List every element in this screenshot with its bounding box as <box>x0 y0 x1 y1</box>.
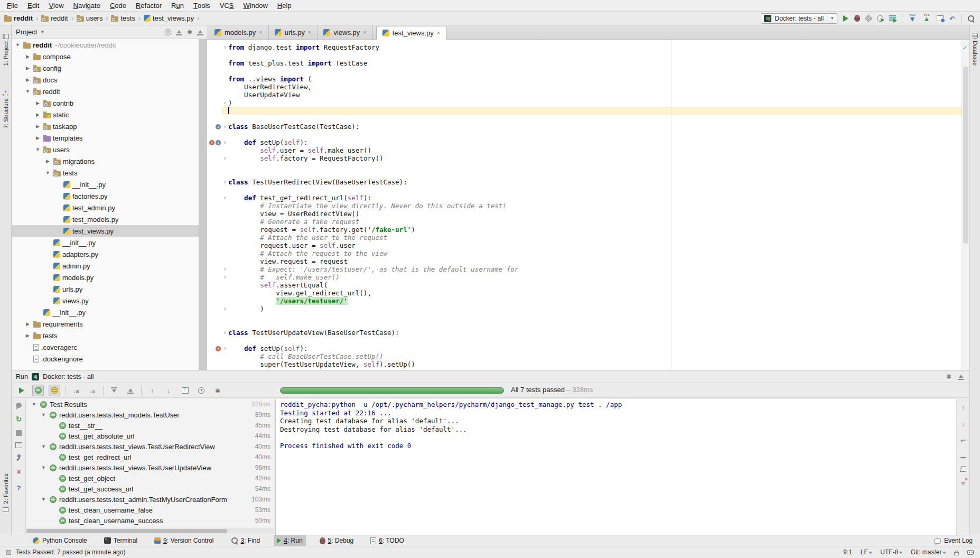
test-tree-row[interactable]: test_get_absolute_url44ms <box>26 431 274 441</box>
project-tree-item[interactable]: adapters.py <box>12 248 199 260</box>
breadcrumb-item[interactable]: reddit <box>4 14 33 22</box>
close-red-icon[interactable] <box>16 467 21 477</box>
project-tree-item[interactable]: .dockerignore <box>12 353 199 365</box>
editor-scrollbar[interactable] <box>962 40 969 370</box>
sort-alpha-icon[interactable] <box>70 385 82 396</box>
project-tree-item[interactable]: urls.py <box>12 283 199 295</box>
project-tree-item[interactable]: __init__.py <box>12 179 199 190</box>
expand-all-icon[interactable] <box>108 385 120 396</box>
tree-expand-icon[interactable]: ▶ <box>34 135 41 141</box>
rerun-failed-icon[interactable] <box>16 414 22 424</box>
collapse-all-icon[interactable] <box>125 385 136 396</box>
project-tree-item[interactable]: factories.py <box>12 190 199 202</box>
down-stack-icon[interactable] <box>962 419 965 429</box>
export-icon[interactable] <box>179 385 191 396</box>
vcs-commit-icon[interactable] <box>922 14 931 23</box>
settings-icon[interactable] <box>946 373 951 380</box>
test-tree-row[interactable]: test_get_redirect_url40ms <box>26 452 274 462</box>
hide-panel-icon[interactable] <box>197 29 203 35</box>
close-icon[interactable]: × <box>363 30 366 35</box>
toolwindow-button-debug[interactable]: 5: Debug <box>316 535 357 546</box>
test-tree-row[interactable]: test_clean_username_false53ms <box>26 505 274 515</box>
tree-expand-icon[interactable]: ▶ <box>34 100 41 106</box>
project-tree-item[interactable]: test_admin.py <box>12 202 199 213</box>
vcs-update-icon[interactable] <box>908 14 917 23</box>
test-tree-row[interactable]: ▼reddit.users.tests.test_admin.TestMyUse… <box>26 494 274 505</box>
tree-expand-icon[interactable]: ▶ <box>34 112 41 117</box>
fold-marker-icon[interactable]: ∨ <box>222 194 228 202</box>
tab-test_views.py[interactable]: test_views.py× <box>376 26 446 40</box>
breadcrumb-item[interactable]: test_views.py <box>144 14 194 22</box>
menu-window[interactable]: Window <box>239 0 273 11</box>
menu-run[interactable]: Run <box>166 0 189 11</box>
test-tree-row[interactable]: ▼Test Results328ms <box>26 399 274 410</box>
toolwindow-button-run[interactable]: 4: Run <box>274 535 305 546</box>
toolwindow-button-find[interactable]: 3: Find <box>228 535 264 546</box>
toolwindow-switcher-icon[interactable] <box>6 550 11 555</box>
project-tree-item[interactable]: ▼users <box>12 144 199 155</box>
breadcrumb-item[interactable]: reddit <box>41 14 68 22</box>
coverage-icon[interactable] <box>865 14 872 22</box>
test-tree-row[interactable]: test_get_success_url54ms <box>26 483 274 494</box>
tree-expand-icon[interactable]: ▼ <box>31 402 38 407</box>
settings-icon[interactable] <box>187 28 192 36</box>
test-down-icon[interactable] <box>216 140 221 145</box>
test-tree-row[interactable]: test_get_object42ms <box>26 473 274 483</box>
run-configuration-select[interactable]: Docker: tests - all ▼ <box>761 13 837 24</box>
status-widget-utf-8[interactable]: UTF-8÷ <box>880 548 902 556</box>
fold-marker-icon[interactable]: ∧ <box>222 99 228 107</box>
debug-icon[interactable] <box>854 15 860 22</box>
breadcrumb-item[interactable]: tests <box>111 14 135 22</box>
toolwindow-button-version-control[interactable]: 9: Version Control <box>151 535 217 546</box>
test-tree-row[interactable]: ▼reddit.users.tests.test_views.TestUserU… <box>26 462 274 473</box>
sort-duration-icon[interactable] <box>87 385 98 396</box>
status-message[interactable]: Tests Passed: 7 passed (a minute ago) <box>16 548 125 556</box>
hector-icon[interactable] <box>967 550 974 555</box>
project-tree-item[interactable]: ▶templates <box>12 132 199 144</box>
show-passed-icon[interactable] <box>32 385 44 396</box>
status-widget-lf[interactable]: LF÷ <box>861 548 872 556</box>
test-up-icon[interactable] <box>216 346 221 351</box>
project-tree-item[interactable]: admin.py <box>12 260 199 272</box>
project-tree-item[interactable]: ▶compose <box>12 51 199 62</box>
project-tree-item[interactable]: ▶docs <box>12 74 199 86</box>
status-widget-git-master[interactable]: Git: master÷ <box>911 548 946 556</box>
rollback-icon[interactable] <box>949 14 955 23</box>
sidebar-item-favorites[interactable]: 2: Favorites <box>0 473 11 512</box>
scroll-end-icon[interactable] <box>960 452 966 458</box>
test-tree-row[interactable]: ▼reddit.users.tests.test_models.TestUser… <box>26 410 274 420</box>
fold-marker-icon[interactable]: ∨ <box>222 329 228 337</box>
tree-expand-icon[interactable]: ▶ <box>34 124 41 129</box>
menu-tools[interactable]: Tools <box>189 0 215 11</box>
tree-expand-icon[interactable]: ▶ <box>24 77 31 82</box>
test-tree-row[interactable]: ▼reddit.users.tests.test_views.TestUserR… <box>26 441 274 452</box>
toolwindow-button-terminal[interactable]: Terminal <box>101 535 141 546</box>
menu-view[interactable]: View <box>44 0 68 11</box>
test-tree-hscrollbar[interactable] <box>26 528 274 534</box>
project-tree-item[interactable]: .coveragerc <box>12 341 199 353</box>
tab-views.py[interactable]: views.py× <box>318 25 372 40</box>
recent-changes-icon[interactable] <box>937 15 944 21</box>
run-balloon-icon[interactable] <box>16 403 22 408</box>
project-tree-item[interactable]: ▶tests <box>12 330 199 341</box>
tree-expand-icon[interactable]: ▼ <box>40 444 47 449</box>
pin-icon[interactable] <box>16 454 22 461</box>
help-icon[interactable] <box>17 483 21 492</box>
next-failed-icon[interactable] <box>163 385 174 396</box>
menu-edit[interactable]: Edit <box>23 0 44 11</box>
profiler-icon[interactable] <box>877 15 883 22</box>
hide-panel-icon[interactable] <box>958 374 964 380</box>
menu-help[interactable]: Help <box>273 0 296 11</box>
project-tree-item[interactable]: ▶static <box>12 109 199 120</box>
project-scrollbar[interactable] <box>199 39 207 370</box>
sidebar-item-structure[interactable]: 7: Structure <box>0 90 11 128</box>
run-configurations-icon[interactable] <box>889 15 896 22</box>
prev-failed-icon[interactable] <box>146 385 158 396</box>
up-stack-icon[interactable] <box>962 403 965 412</box>
close-icon[interactable]: × <box>308 30 311 35</box>
clear-console-icon[interactable] <box>961 479 965 488</box>
test-tree-row[interactable]: test__str__45ms <box>26 420 274 431</box>
project-tree-item[interactable]: ▼tests <box>12 167 199 179</box>
tree-expand-icon[interactable]: ▶ <box>44 159 51 164</box>
project-tree-item[interactable]: test_views.py <box>12 225 199 237</box>
